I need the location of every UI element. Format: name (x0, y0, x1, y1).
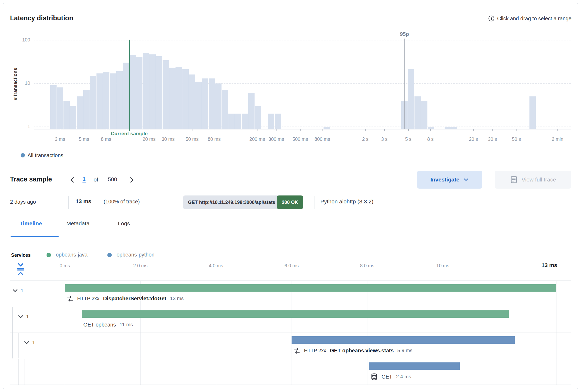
histogram-bar[interactable] (116, 71, 123, 129)
histogram-bar[interactable] (421, 101, 427, 129)
span-prefix: HTTP 2xx (77, 296, 99, 301)
span-duration: 11 ms (119, 322, 133, 328)
x-tick-label: 3 ms (55, 137, 65, 142)
histogram-bar[interactable] (324, 127, 330, 129)
histogram-bar[interactable] (163, 60, 169, 129)
x-tick-mark (300, 129, 301, 131)
row-toggle-chevron-icon[interactable] (12, 287, 18, 294)
histogram-bar[interactable] (222, 90, 228, 129)
histogram-bar[interactable] (182, 69, 189, 129)
view-full-trace-button[interactable]: View full trace (495, 171, 571, 189)
histogram-bar[interactable] (451, 127, 457, 129)
row-toggle-chevron-icon[interactable] (17, 314, 24, 320)
indent-guide (19, 359, 19, 385)
x-tick-label: 50 ms (186, 137, 199, 142)
row-toggle-chevron-icon[interactable] (24, 339, 30, 346)
tab-timeline[interactable]: Timeline (20, 220, 42, 227)
histogram-bar[interactable] (169, 68, 176, 129)
tab-metadata[interactable]: Metadata (66, 220, 90, 227)
x-tick-mark (257, 129, 257, 131)
histogram-bar[interactable] (63, 101, 70, 129)
histogram-bar[interactable] (176, 67, 182, 129)
span-label[interactable]: GET2.4 ms (371, 372, 411, 381)
indent-guide (12, 333, 13, 358)
y-tick-10: 10 (17, 81, 30, 86)
x-tick-mark (408, 129, 409, 131)
p95-label: 95p (400, 31, 409, 37)
chevron-down-icon (463, 177, 469, 183)
histogram-bar[interactable] (77, 96, 83, 129)
span-name: GET opbeans.views.stats (330, 348, 394, 354)
histogram-bar[interactable] (242, 114, 248, 129)
document-icon (510, 176, 518, 184)
tab-logs[interactable]: Logs (118, 220, 130, 227)
prev-sample-button[interactable] (69, 176, 76, 184)
histogram-bar[interactable] (414, 96, 421, 129)
legend-dot-all-transactions (21, 153, 25, 157)
histogram-bar[interactable] (156, 56, 162, 129)
x-tick-mark (557, 129, 558, 131)
next-sample-button[interactable] (128, 176, 135, 184)
histogram-bar[interactable] (228, 114, 235, 129)
status-badge[interactable]: 200 OK (277, 195, 303, 209)
histogram-bar[interactable] (248, 93, 255, 129)
histogram-bar[interactable] (215, 83, 222, 129)
histogram-bar[interactable] (189, 74, 195, 129)
waterfall-row-border (10, 281, 571, 281)
x-tick-label: 30 ms (162, 137, 174, 142)
collapse-all-button[interactable] (16, 263, 25, 276)
histogram-bar[interactable] (70, 106, 76, 129)
span-bar-python[interactable] (369, 362, 460, 370)
histogram-bar[interactable] (445, 127, 451, 129)
histogram-bar[interactable] (90, 76, 96, 129)
histogram-bar[interactable] (529, 96, 536, 129)
indent-guide (19, 333, 19, 358)
x-tick-label: 2 min (552, 137, 563, 142)
divider (315, 196, 315, 209)
histogram-bar[interactable] (57, 87, 63, 129)
span-bar-java[interactable] (82, 310, 509, 318)
span-label[interactable]: HTTP 2xxDispatcherServlet#doGet13 ms (66, 294, 184, 303)
histogram-bar[interactable] (96, 73, 103, 129)
histogram-bar[interactable] (235, 114, 241, 129)
span-bar-python[interactable] (292, 336, 515, 344)
x-tick-label: 8 s (427, 137, 434, 142)
fold-icon (16, 263, 25, 276)
histogram-bar[interactable] (130, 55, 136, 129)
histogram-bar[interactable] (83, 90, 90, 129)
x-tick-mark (322, 129, 322, 131)
histogram-bar[interactable] (408, 69, 414, 129)
timeline-axis-label: 2.0 ms (133, 263, 147, 269)
request-badge[interactable]: GET http://10.11.249.198:3000/api/stats (183, 195, 280, 209)
span-bar-java[interactable] (65, 284, 556, 292)
gridline-100 (34, 40, 571, 40)
histogram-bar[interactable] (268, 114, 274, 129)
legend-label[interactable]: All transactions (27, 152, 63, 158)
histogram-bar[interactable] (143, 53, 149, 129)
histogram-bar[interactable] (275, 114, 281, 129)
x-tick-label: 30 s (488, 137, 497, 142)
histogram-bar[interactable] (123, 63, 129, 129)
histogram-bar[interactable] (103, 72, 109, 129)
histogram-bar[interactable] (195, 82, 202, 129)
span-label[interactable]: GET opbeans11 ms (83, 320, 133, 329)
x-tick-label: 800 ms (315, 137, 330, 142)
histogram-bar[interactable] (428, 127, 434, 129)
current-page[interactable]: 1 (82, 176, 86, 183)
x-tick-mark (430, 129, 431, 131)
span-duration: 5.9 ms (397, 348, 412, 353)
timeline-axis-label: 0 ms (59, 263, 70, 269)
histogram-bar[interactable] (149, 54, 156, 129)
histogram-bar[interactable] (202, 78, 208, 129)
span-name: GET (381, 374, 392, 380)
histogram-bar[interactable] (50, 85, 57, 129)
span-label[interactable]: HTTP 2xxGET opbeans.views.stats5.9 ms (293, 346, 412, 355)
legend-opbeans-java: opbeans-java (56, 252, 87, 258)
histogram-bar[interactable] (209, 78, 215, 129)
histogram-bar[interactable] (255, 106, 261, 129)
histogram-bar[interactable] (110, 73, 116, 129)
p95-line (404, 39, 405, 129)
histogram-bar[interactable] (136, 57, 142, 129)
investigate-button[interactable]: Investigate (417, 171, 482, 189)
x-tick-label: 3 s (381, 137, 388, 142)
